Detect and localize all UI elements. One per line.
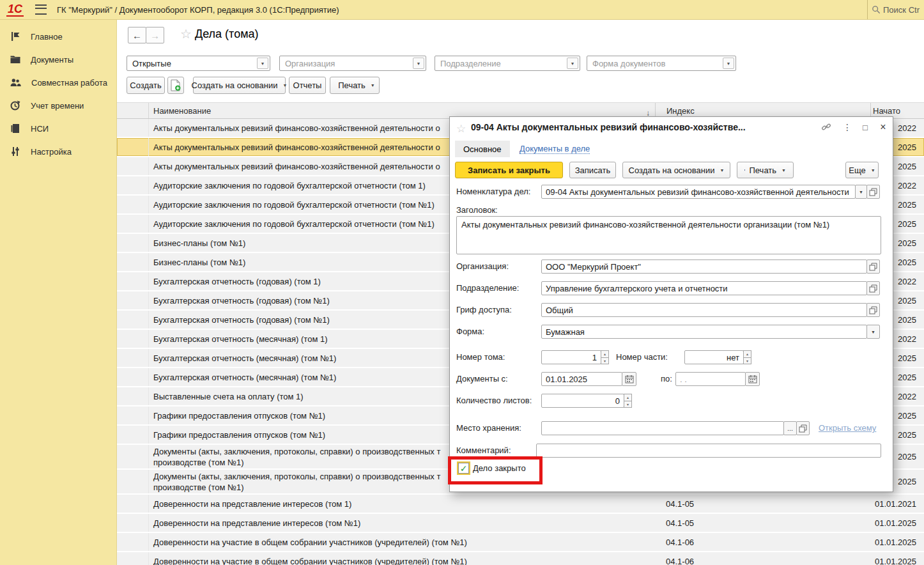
chevron-down-icon[interactable]: ▼ — [413, 58, 424, 69]
chevron-down-icon: ▼ — [871, 168, 875, 173]
choose-ellipsis-button[interactable]: ... — [783, 421, 797, 435]
part-number-stepper[interactable]: ▴ ▾ — [743, 350, 751, 364]
nomenclature-field[interactable]: 09-04 Акты документальных ревизий финанс… — [541, 185, 856, 199]
chevron-down-icon[interactable]: ▼ — [257, 58, 268, 69]
close-icon[interactable]: × — [876, 121, 890, 133]
chevron-down-icon[interactable]: ▼ — [723, 58, 734, 69]
row-gutter — [117, 215, 149, 233]
dialog-create-based-on-button[interactable]: Создать на основании ▼ — [622, 162, 730, 178]
table-row[interactable]: Доверенности на участие в общем собрании… — [117, 552, 924, 565]
part-number-field[interactable]: нет — [684, 350, 744, 364]
create-based-on-button[interactable]: Создать на основании ▼ — [193, 77, 286, 94]
form-label: Форма: — [456, 327, 484, 336]
create-button[interactable]: Создать — [127, 77, 165, 94]
case-closed-checkbox-row[interactable]: ✓ Дело закрыто — [458, 463, 526, 474]
sidebar-item-documents[interactable]: Документы — [0, 48, 116, 71]
spin-down-icon[interactable]: ▾ — [624, 401, 632, 408]
row-gutter — [117, 176, 149, 194]
favorite-star-icon[interactable]: ☆ — [180, 27, 192, 40]
filter-department-select[interactable]: Подразделение ▼ — [435, 56, 580, 71]
forward-button[interactable]: → — [146, 27, 164, 43]
open-item-icon[interactable] — [866, 303, 880, 317]
sheets-count-field[interactable]: 0 — [541, 394, 624, 408]
open-item-icon[interactable] — [866, 259, 880, 274]
tab-docs-label: Документы в деле — [520, 144, 590, 154]
sidebar-item-collaboration[interactable]: Совместная работа — [0, 71, 116, 94]
department-field[interactable]: Управление бухгалтерского учета и отчетн… — [541, 281, 867, 295]
open-item-icon[interactable] — [866, 281, 880, 295]
more-button[interactable]: Еще ▼ — [845, 162, 879, 178]
access-level-field[interactable]: Общий — [541, 303, 867, 317]
docs-to-field[interactable]: . . — [675, 372, 746, 386]
department-label: Подразделение: — [456, 283, 519, 293]
save-and-close-button[interactable]: Записать и закрыть — [455, 162, 563, 178]
sheets-count-stepper[interactable]: ▴ ▾ — [624, 394, 632, 408]
application-window: 1С ГК "Меркурий" / Документооборот КОРП,… — [0, 0, 924, 565]
sidebar-item-main[interactable]: Главное — [0, 25, 116, 48]
filter-doc-form-select[interactable]: Форма документов ▼ — [587, 56, 736, 71]
row-gutter — [117, 552, 149, 565]
tab-documents-in-case[interactable]: Документы в деле — [511, 141, 598, 157]
volume-number-field[interactable]: 1 — [541, 350, 601, 364]
sidebar-item-label: Совместная работа — [31, 78, 107, 88]
row-gutter — [117, 426, 149, 444]
comment-field[interactable] — [536, 444, 881, 458]
sidebar-item-time-tracking[interactable]: Учет времени — [0, 94, 116, 117]
row-gutter — [117, 253, 149, 271]
copy-link-icon[interactable] — [819, 121, 833, 133]
sheets-count-label: Количество листов: — [456, 396, 532, 405]
table-row[interactable]: Доверенности на представление интересов … — [117, 514, 924, 533]
document-plus-icon — [171, 79, 181, 91]
row-started: 01.01.2025 — [870, 518, 924, 528]
docs-from-field[interactable]: 01.01.2025 — [541, 372, 622, 386]
spin-down-icon[interactable]: ▾ — [743, 357, 751, 365]
docs-from-label: Документы с: — [456, 374, 508, 383]
chevron-down-icon[interactable]: ▼ — [855, 185, 867, 199]
table-row[interactable]: Доверенности на представление интересов … — [117, 495, 924, 514]
filter-status-value: Открытые — [127, 59, 256, 68]
organization-field[interactable]: ООО "Меркурий Проект" — [541, 259, 867, 274]
dialog-create-based-on-label: Создать на основании — [629, 166, 715, 175]
organization-label: Организация: — [456, 261, 509, 271]
back-button[interactable]: ← — [128, 27, 146, 43]
filter-status-select[interactable]: Открытые ▼ — [127, 56, 270, 71]
filter-organization-select[interactable]: Организация ▼ — [279, 56, 426, 71]
save-button[interactable]: Записать — [569, 162, 616, 178]
sidebar-item-label: Главное — [31, 32, 63, 42]
volume-number-stepper[interactable]: ▴ ▾ — [601, 350, 609, 364]
main-menu-icon[interactable] — [35, 4, 47, 15]
sidebar-item-nsi[interactable]: НСИ — [0, 117, 116, 140]
favorite-star-icon[interactable]: ☆ — [456, 122, 466, 135]
row-gutter — [117, 368, 149, 386]
tab-main[interactable]: Основное — [455, 141, 510, 157]
row-gutter — [117, 533, 149, 551]
case-closed-checkbox[interactable]: ✓ — [458, 463, 469, 474]
spin-down-icon[interactable]: ▾ — [601, 357, 609, 365]
more-menu-icon[interactable]: ⋮ — [840, 121, 854, 133]
reports-button[interactable]: Отчеты — [289, 77, 326, 94]
form-field[interactable]: Бумажная — [541, 325, 867, 339]
maximize-icon[interactable]: □ — [858, 121, 872, 133]
row-gutter — [117, 272, 149, 290]
sidebar-item-settings[interactable]: Настройка — [0, 140, 116, 163]
chevron-down-icon: ▼ — [782, 168, 786, 173]
new-document-button[interactable] — [167, 77, 184, 94]
column-header-name[interactable]: Наименование ↓ — [149, 105, 655, 116]
open-scheme-link[interactable]: Открыть схему — [819, 423, 876, 433]
row-gutter — [117, 349, 149, 367]
chevron-down-icon[interactable]: ▼ — [567, 58, 578, 69]
header-field[interactable]: Акты документальных ревизий финансово-хо… — [456, 216, 881, 254]
print-button[interactable]: Печать ▼ — [330, 77, 380, 94]
dialog-print-button[interactable]: Печать ▼ — [737, 162, 794, 178]
calendar-icon[interactable] — [622, 372, 636, 386]
column-header-index-label: Индекс — [666, 106, 695, 116]
global-search-input[interactable]: Поиск Ctr — [867, 0, 924, 19]
storage-place-field[interactable] — [541, 421, 784, 435]
table-row[interactable]: Доверенности на участие в общем собрании… — [117, 533, 924, 552]
case-closed-label: Дело закрыто — [473, 463, 526, 473]
row-gutter — [117, 138, 149, 156]
chevron-down-icon[interactable]: ▼ — [866, 325, 880, 339]
open-item-icon[interactable] — [866, 185, 880, 199]
calendar-icon[interactable] — [745, 372, 760, 386]
open-item-icon[interactable] — [796, 421, 810, 435]
